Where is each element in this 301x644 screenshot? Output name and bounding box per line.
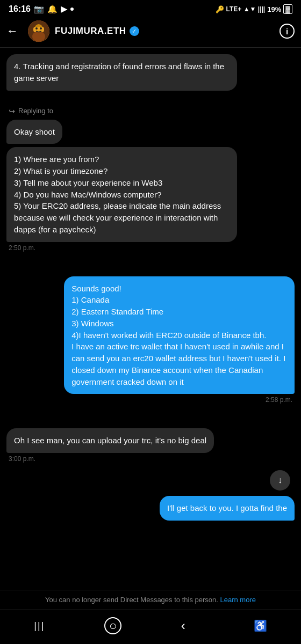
message-row-5: Oh I see man, you can upload your trc, i… [6, 428, 295, 463]
message-row-4: Sounds good! 1) Canada 2) Eastern Standa… [6, 276, 295, 404]
message-row-6: I'll get back to you. I gotta find the [6, 496, 295, 521]
chat-area: 4. Tracking and registration of found er… [0, 48, 301, 590]
svg-point-2 [32, 31, 45, 42]
chat-header: ← FUJIMURA.ETH ✓ i [0, 16, 301, 48]
verified-badge: ✓ [130, 26, 139, 36]
reply-indicator: ↩ Replying to [9, 107, 295, 115]
message-text-2: Okay shoot [14, 127, 55, 136]
status-notification-icon: 🔔 [47, 4, 58, 14]
back-button[interactable]: ← [6, 22, 23, 40]
status-left: 16:16 📷 🔔 ▶ [9, 4, 74, 14]
scroll-to-bottom-button[interactable]: ↓ [270, 470, 290, 491]
svg-point-4 [35, 27, 38, 30]
message-text-3: 1) Where are you from? 2) What is your t… [14, 155, 221, 234]
message-row-3: 1) Where are you from? 2) What is your t… [6, 147, 295, 251]
nav-recents-button[interactable]: ||| [25, 618, 53, 634]
bottom-nav: ||| ○ ‹ ♿ [0, 609, 301, 644]
replying-to-label: Replying to [18, 107, 53, 115]
learn-more-link[interactable]: Learn more [220, 596, 255, 604]
signal-icons: LTE+ ▲▼ |||| [226, 5, 266, 13]
message-text-1: 4. Tracking and registration of found er… [14, 62, 224, 83]
scroll-down-icon: ↓ [278, 475, 282, 485]
svg-rect-3 [33, 27, 44, 32]
avatar[interactable] [28, 20, 49, 42]
message-row-2: Okay shoot [6, 120, 295, 144]
nav-home-button[interactable]: ○ [104, 617, 121, 634]
avatar-image [28, 20, 49, 42]
nav-back-button[interactable]: ‹ [173, 616, 194, 635]
message-bubble-3: 1) Where are you from? 2) What is your t… [6, 147, 237, 241]
timestamp-4: 2:58 p.m. [263, 396, 295, 404]
nav-accessibility-button[interactable]: ♿ [245, 617, 276, 634]
message-row-1: 4. Tracking and registration of found er… [6, 54, 295, 91]
battery-level: 19% [267, 5, 281, 13]
message-text-5: Oh I see man, you can upload your trc, i… [14, 436, 206, 445]
timestamp-5: 3:00 p.m. [6, 455, 38, 463]
info-button[interactable]: i [280, 24, 295, 39]
status-right: 🔑 LTE+ ▲▼ |||| 19% ▓ [216, 4, 292, 14]
message-bubble-5: Oh I see man, you can upload your trc, i… [6, 428, 214, 453]
footer-notice: You can no longer send Direct Messages t… [0, 590, 301, 609]
key-icon: 🔑 [216, 5, 224, 13]
footer-text: You can no longer send Direct Messages t… [45, 596, 218, 604]
message-bubble-4: Sounds good! 1) Canada 2) Eastern Standa… [64, 276, 295, 394]
reply-icon: ↩ [9, 107, 15, 115]
battery-icon: ▓ [283, 4, 292, 14]
message-bubble-2: Okay shoot [6, 120, 62, 144]
message-bubble-6: I'll get back to you. I gotta find the [160, 496, 295, 521]
timestamp-3: 2:50 p.m. [6, 244, 38, 252]
message-text-6: I'll get back to you. I gotta find the [167, 503, 287, 513]
status-time: 16:16 [9, 4, 31, 14]
status-youtube-icon: ▶ [61, 4, 67, 14]
header-name-area: FUJIMURA.ETH ✓ [55, 26, 274, 36]
status-dot [70, 8, 74, 11]
status-bar: 16:16 📷 🔔 ▶ 🔑 LTE+ ▲▼ |||| 19% ▓ [0, 0, 301, 16]
svg-point-5 [40, 27, 42, 30]
contact-name[interactable]: FUJIMURA.ETH [55, 26, 126, 36]
message-bubble-1: 4. Tracking and registration of found er… [6, 54, 237, 91]
status-photo-icon: 📷 [34, 4, 44, 14]
message-text-4: Sounds good! 1) Canada 2) Eastern Standa… [71, 284, 285, 386]
